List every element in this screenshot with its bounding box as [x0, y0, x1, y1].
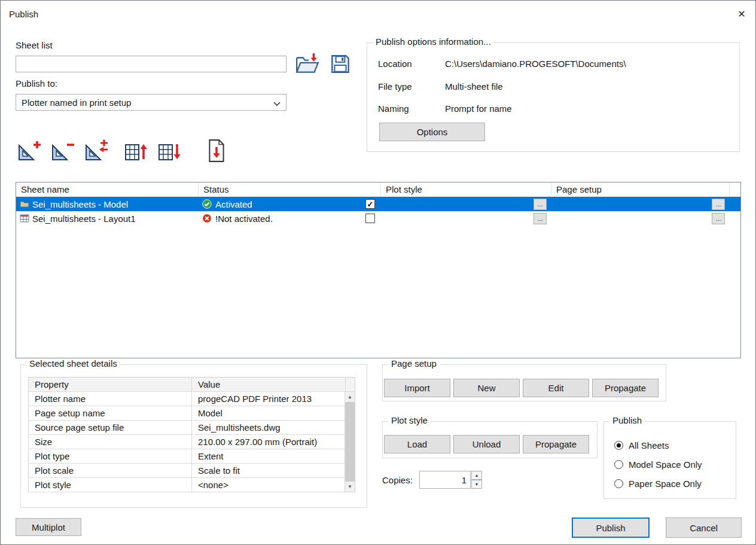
property-name: Size: [29, 435, 192, 449]
column-header-plot-style[interactable]: Plot style: [381, 182, 551, 196]
remove-sheets-button[interactable]: [49, 138, 77, 165]
page-setup-cell: ...: [551, 211, 730, 226]
property-name: Page setup name: [29, 406, 192, 420]
row-spacer-cell: [730, 197, 740, 211]
copies-input[interactable]: [419, 471, 471, 489]
sheet-list-input[interactable]: [16, 56, 286, 72]
layout-icon: [20, 214, 29, 223]
row-spacer-cell: [730, 211, 740, 226]
radio-model-space-only[interactable]: Model Space Only: [614, 459, 702, 470]
propagate-plot-style-button[interactable]: Propagate: [523, 435, 589, 453]
column-header-property: Property: [29, 377, 192, 391]
detail-row: Page setup name Model: [29, 406, 355, 421]
publish-scope-group: Publish All Sheets Model Space Only Pape…: [603, 421, 736, 499]
import-button[interactable]: Import: [384, 379, 450, 397]
detail-row: Plot type Extent: [29, 449, 355, 464]
options-button[interactable]: Options: [379, 123, 485, 141]
load-button[interactable]: Load: [384, 435, 450, 453]
edit-button[interactable]: Edit: [523, 379, 589, 397]
page-setup-cell: ...: [551, 197, 730, 211]
spinner-up-icon[interactable]: ▲: [471, 471, 482, 480]
sheet-name: Sei_multisheets - Model: [32, 199, 128, 209]
include-sheet-checkbox[interactable]: [365, 199, 375, 209]
property-name: Source page setup file: [29, 421, 192, 434]
save-sheet-list-button[interactable]: [327, 51, 354, 78]
detail-row: Plotter name progeCAD PDF Printer 2013: [29, 392, 355, 406]
plot-style-cell: ...: [381, 197, 551, 211]
column-header-status[interactable]: Status: [199, 182, 381, 196]
page-setup-browse-button[interactable]: ...: [712, 213, 725, 224]
publish-to-combobox[interactable]: Plotter named in print setup: [16, 94, 286, 111]
window-title: Publish: [9, 9, 38, 19]
propagate-page-setup-button[interactable]: Propagate: [592, 379, 659, 397]
file-type-label: File type: [378, 81, 412, 92]
plot-style-browse-button[interactable]: ...: [534, 213, 547, 224]
add-layouts-button[interactable]: [83, 138, 110, 165]
column-header-value: Value: [192, 377, 346, 391]
naming-value: Prompt for name: [445, 103, 512, 114]
status-text: !Not activated.: [215, 214, 273, 224]
page-setup-browse-button[interactable]: ...: [712, 199, 725, 210]
page-download-icon: [205, 139, 228, 165]
add-sheets-button[interactable]: [16, 138, 43, 165]
column-header-spacer: [730, 182, 740, 196]
plot-style-browse-button[interactable]: ...: [534, 199, 547, 210]
details-title: Selected sheet details: [26, 358, 120, 369]
detail-row: Plot style <none>: [29, 478, 355, 492]
detail-row: Source page setup file Sei_multisheets.d…: [29, 421, 355, 435]
titlebar: Publish: [1, 1, 755, 28]
scroll-up-icon[interactable]: ▲: [345, 392, 355, 402]
property-name: Plot style: [29, 478, 192, 492]
include-sheet-checkbox[interactable]: [365, 214, 375, 223]
publish-scope-title: Publish: [609, 415, 645, 425]
column-header-sheet-name[interactable]: Sheet name: [16, 182, 199, 196]
new-button[interactable]: New: [453, 379, 520, 397]
radio-button-icon[interactable]: [614, 441, 623, 450]
sheet-row-layout1[interactable]: Sei_multisheets - Layout1 !Not activated…: [16, 211, 740, 226]
file-type-value: Multi-sheet file: [445, 81, 503, 92]
add-sheet-icon: [17, 139, 42, 164]
radio-button-icon[interactable]: [614, 479, 623, 488]
copies-spinner: ▲ ▼: [471, 471, 482, 489]
property-value: progeCAD PDF Printer 2013: [192, 392, 346, 406]
details-scrollbar[interactable]: ▲ ▼: [345, 392, 355, 492]
add-layouts-icon: [84, 139, 109, 164]
property-value: Scale to fit: [192, 464, 346, 477]
spinner-down-icon[interactable]: ▼: [471, 480, 482, 489]
unload-button[interactable]: Unload: [453, 435, 520, 453]
radio-all-sheets[interactable]: All Sheets: [614, 440, 669, 450]
naming-label: Naming: [378, 103, 409, 114]
publish-to-value: Plotter named in print setup: [22, 98, 131, 108]
sheet-name-cell: Sei_multisheets - Layout1: [16, 211, 199, 226]
scroll-down-icon[interactable]: ▼: [345, 482, 355, 492]
close-icon[interactable]: ✕: [728, 1, 755, 27]
plot-style-title: Plot style: [388, 415, 431, 425]
publish-button[interactable]: Publish: [572, 517, 650, 538]
status-text: Activated: [215, 199, 252, 209]
cancel-button[interactable]: Cancel: [666, 517, 742, 538]
radio-paper-space-only[interactable]: Paper Space Only: [614, 479, 702, 489]
detail-row: Plot scale Scale to fit: [29, 464, 355, 478]
move-sheet-down-button[interactable]: [156, 138, 184, 165]
remove-sheet-icon: [50, 139, 75, 164]
selected-sheet-details-group: Selected sheet details Property Value Pl…: [20, 364, 367, 508]
sheet-row-model[interactable]: Sei_multisheets - Model Activated ... ..…: [16, 197, 740, 211]
property-value: <none>: [192, 478, 346, 492]
radio-button-icon[interactable]: [614, 460, 623, 469]
open-folder-icon: [295, 53, 320, 77]
multiplot-button[interactable]: Multiplot: [16, 518, 81, 536]
scrollbar-thumb[interactable]: [345, 402, 355, 482]
publish-to-label: Publish to:: [16, 78, 57, 89]
property-value: Model: [192, 406, 346, 420]
move-sheet-up-button[interactable]: [123, 138, 150, 165]
sheet-table-header: Sheet name Status Plot style Page setup: [16, 182, 740, 197]
property-name: Plot type: [29, 449, 192, 463]
load-drawing-button[interactable]: [203, 138, 230, 165]
publish-options-title: Publish options information...: [373, 36, 494, 47]
status-cell: !Not activated.: [199, 211, 381, 226]
location-value: C:\Users\damiano.PROGESOFT\Documents\: [445, 59, 626, 69]
property-value: Extent: [192, 449, 346, 463]
column-header-page-setup[interactable]: Page setup: [551, 182, 730, 196]
move-down-icon: [157, 139, 182, 164]
load-sheet-list-button[interactable]: [293, 51, 322, 78]
